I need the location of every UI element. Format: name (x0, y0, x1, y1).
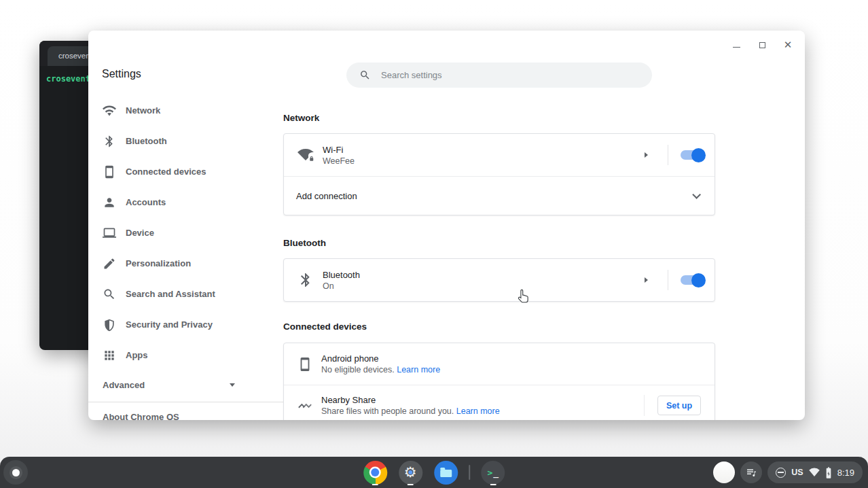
search-input[interactable]: Search settings (346, 63, 652, 88)
chromeos-desktop: crosevents crosevents ✕ Settings Search … (0, 0, 868, 488)
add-connection-row[interactable]: Add connection (284, 176, 715, 215)
apps-grid-icon (103, 349, 116, 362)
launcher-icon (10, 466, 22, 479)
maximize-button[interactable] (757, 40, 767, 50)
minimize-button[interactable] (731, 40, 741, 50)
network-card: Wi-Fi WeeFee Add connection (283, 133, 715, 215)
nearby-share-icon (297, 398, 312, 413)
row-separator (644, 395, 645, 416)
sidebar-item-label: Device (126, 228, 154, 238)
sidebar-item-label: Search and Assistant (126, 289, 215, 299)
search-placeholder: Search settings (381, 70, 442, 80)
shelf-item-terminal[interactable]: >_ (481, 459, 505, 485)
notification-queue-button[interactable] (740, 461, 762, 483)
bluetooth-row[interactable]: Bluetooth On (284, 259, 715, 301)
arrow-right-icon (645, 277, 648, 283)
sidebar-item-connected-devices[interactable]: Connected devices (88, 156, 292, 187)
queue-music-icon (745, 466, 757, 478)
android-phone-row[interactable]: Android phone No eligible devices. Learn… (284, 343, 715, 385)
shelf-item-files[interactable] (433, 459, 458, 485)
person-icon (103, 196, 116, 209)
shelf-item-settings[interactable]: ⚙ (398, 459, 422, 485)
running-indicator (372, 484, 378, 486)
advanced-label: Advanced (103, 380, 145, 390)
sidebar-item-label: Apps (126, 350, 148, 360)
shelf-divider (469, 465, 470, 480)
connected-devices-card: Android phone No eligible devices. Learn… (283, 343, 715, 420)
magnifier-icon (103, 287, 116, 301)
bluetooth-toggle[interactable] (681, 275, 704, 285)
bluetooth-icon (297, 272, 314, 288)
nearby-share-row[interactable]: Nearby Share Share files with people aro… (284, 385, 715, 420)
clock: 8:19 (837, 468, 854, 478)
sidebar-item-about-chromeos[interactable]: About Chrome OS (88, 412, 292, 420)
settings-gear-icon: ⚙ (399, 461, 422, 485)
bluetooth-icon (103, 135, 116, 148)
sidebar-item-label: Connected devices (126, 167, 206, 177)
expand-chevron-icon[interactable] (692, 190, 701, 199)
arrow-right-icon (645, 152, 648, 158)
wifi-network-name: WeeFee (323, 156, 355, 166)
bluetooth-title: Bluetooth (323, 270, 360, 280)
shelf-apps: ⚙ >_ (363, 457, 505, 488)
android-phone-icon (297, 357, 312, 372)
shelf-item-chrome[interactable] (363, 459, 387, 485)
learn-more-link[interactable]: Learn more (456, 406, 500, 416)
section-heading-connected-devices: Connected devices (283, 321, 367, 332)
sidebar-item-label: Network (126, 105, 160, 116)
system-tray: US 8:19 (713, 457, 863, 488)
status-area[interactable]: US 8:19 (767, 461, 863, 483)
window-controls: ✕ (731, 39, 793, 51)
sidebar-item-search-assistant[interactable]: Search and Assistant (88, 279, 292, 309)
wifi-toggle[interactable] (681, 150, 704, 160)
search-icon (359, 69, 371, 81)
set-up-button[interactable]: Set up (657, 396, 701, 415)
sidebar-item-accounts[interactable]: Accounts (88, 187, 292, 217)
nearby-share-title: Nearby Share (321, 395, 500, 405)
section-heading-bluetooth: Bluetooth (283, 238, 326, 248)
running-indicator (490, 484, 496, 486)
wifi-icon (103, 104, 116, 118)
hand-cursor (516, 288, 530, 307)
brush-icon (103, 257, 116, 271)
learn-more-link[interactable]: Learn more (397, 365, 440, 374)
add-connection-label: Add connection (296, 191, 357, 201)
sidebar-item-security-privacy[interactable]: Security and Privacy (88, 309, 292, 340)
wifi-row[interactable]: Wi-Fi WeeFee (284, 134, 715, 176)
chrome-icon (363, 461, 387, 485)
sidebar-item-device[interactable]: Device (88, 217, 292, 248)
battery-charging-icon (825, 467, 832, 478)
terminal-icon: >_ (481, 461, 505, 485)
smartphone-icon (103, 165, 116, 179)
wifi-title: Wi-Fi (323, 145, 355, 155)
wifi-lock-icon (297, 147, 314, 163)
keyboard-layout-label: US (791, 468, 803, 477)
sidebar-item-network[interactable]: Network (88, 95, 292, 126)
bluetooth-card: Bluetooth On (283, 258, 715, 302)
avatar[interactable] (713, 461, 735, 483)
bluetooth-state: On (323, 281, 360, 291)
sidebar-item-bluetooth[interactable]: Bluetooth (88, 126, 292, 156)
settings-window: ✕ Settings Search settings Network Bluet… (88, 31, 805, 420)
wifi-status-icon (809, 467, 820, 478)
sidebar-item-personalization[interactable]: Personalization (88, 248, 292, 279)
sidebar-item-label: Bluetooth (126, 136, 167, 146)
row-separator (668, 270, 668, 290)
section-heading-network: Network (283, 113, 319, 123)
android-phone-subtitle: No eligible devices. Learn more (321, 365, 440, 374)
sidebar-advanced-expander[interactable]: Advanced (88, 370, 292, 399)
nearby-share-subtitle: Share files with people around you. Lear… (321, 406, 500, 416)
shelf: ⚙ >_ US 8:19 (0, 457, 868, 488)
do-not-disturb-icon (776, 468, 786, 478)
sidebar-item-label: Personalization (126, 258, 191, 268)
chevron-down-icon (230, 383, 235, 387)
close-button[interactable]: ✕ (783, 40, 793, 50)
row-separator (668, 145, 668, 165)
shield-icon (103, 318, 116, 332)
sidebar-item-apps[interactable]: Apps (88, 340, 292, 370)
sidebar-item-label: Accounts (126, 197, 166, 207)
files-folder-icon (434, 461, 458, 485)
launcher-button[interactable] (3, 460, 28, 485)
sidebar: Network Bluetooth Connected devices Acco… (88, 95, 292, 420)
page-title: Settings (102, 68, 141, 80)
